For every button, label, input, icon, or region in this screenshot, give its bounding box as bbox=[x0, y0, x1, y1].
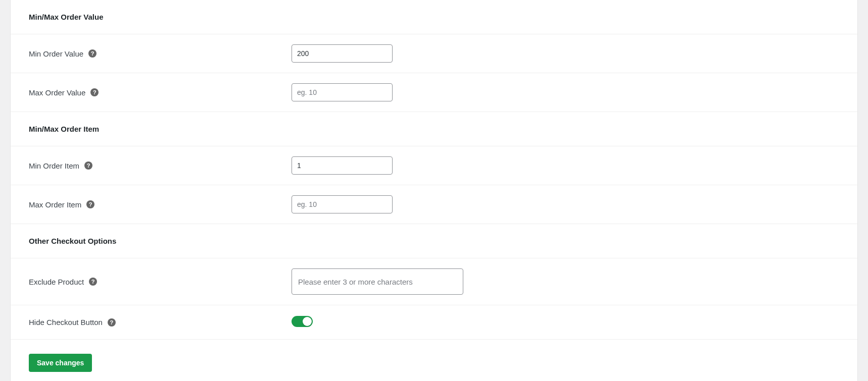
min-order-item-input[interactable] bbox=[292, 156, 393, 175]
label-min-order-value: Min Order Value ? bbox=[29, 49, 292, 58]
help-icon[interactable]: ? bbox=[88, 49, 97, 58]
help-icon[interactable]: ? bbox=[90, 88, 99, 96]
row-max-order-item: Max Order Item ? bbox=[11, 185, 857, 224]
hide-checkout-toggle[interactable] bbox=[292, 316, 313, 327]
max-order-value-input[interactable] bbox=[292, 83, 393, 101]
min-order-value-input[interactable] bbox=[292, 44, 393, 63]
section-heading: Other Checkout Options bbox=[29, 237, 292, 245]
form-footer: Save changes bbox=[11, 340, 857, 381]
field-cell bbox=[292, 316, 839, 329]
help-icon[interactable]: ? bbox=[89, 278, 97, 286]
help-icon[interactable]: ? bbox=[84, 161, 92, 170]
label-text: Min Order Value bbox=[29, 49, 83, 58]
section-header-order-value: Min/Max Order Value bbox=[11, 0, 857, 34]
help-icon[interactable]: ? bbox=[86, 200, 94, 208]
row-hide-checkout: Hide Checkout Button ? bbox=[11, 305, 857, 340]
max-order-item-input[interactable] bbox=[292, 195, 393, 213]
label-text: Exclude Product bbox=[29, 278, 84, 286]
row-min-order-value: Min Order Value ? bbox=[11, 34, 857, 73]
settings-panel: Min/Max Order Value Min Order Value ? Ma… bbox=[10, 0, 858, 381]
section-header-other: Other Checkout Options bbox=[11, 224, 857, 258]
exclude-product-input[interactable] bbox=[292, 268, 463, 295]
field-cell bbox=[292, 44, 839, 63]
help-icon[interactable]: ? bbox=[108, 318, 116, 326]
label-exclude-product: Exclude Product ? bbox=[29, 278, 292, 286]
label-text: Max Order Item bbox=[29, 200, 81, 209]
field-cell bbox=[292, 195, 839, 213]
field-cell bbox=[292, 268, 839, 295]
label-max-order-value: Max Order Value ? bbox=[29, 88, 292, 97]
section-heading: Min/Max Order Item bbox=[29, 125, 292, 133]
row-exclude-product: Exclude Product ? bbox=[11, 258, 857, 305]
row-max-order-value: Max Order Value ? bbox=[11, 73, 857, 112]
label-text: Max Order Value bbox=[29, 88, 85, 97]
section-heading: Min/Max Order Value bbox=[29, 13, 292, 21]
label-min-order-item: Min Order Item ? bbox=[29, 161, 292, 170]
field-cell bbox=[292, 156, 839, 175]
section-header-order-item: Min/Max Order Item bbox=[11, 112, 857, 146]
label-text: Hide Checkout Button bbox=[29, 318, 103, 326]
label-hide-checkout: Hide Checkout Button ? bbox=[29, 318, 292, 326]
row-min-order-item: Min Order Item ? bbox=[11, 146, 857, 185]
label-text: Min Order Item bbox=[29, 161, 79, 170]
field-cell bbox=[292, 83, 839, 101]
label-max-order-item: Max Order Item ? bbox=[29, 200, 292, 209]
save-button[interactable]: Save changes bbox=[29, 354, 92, 372]
